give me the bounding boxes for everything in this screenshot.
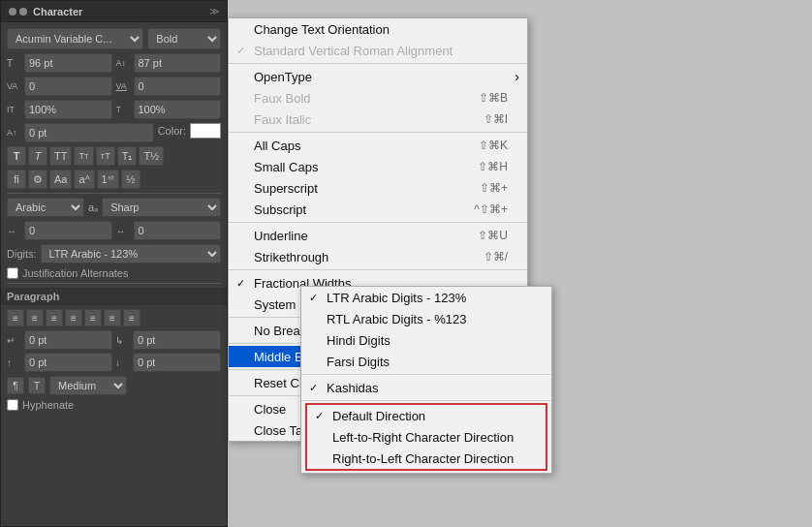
submenu-rtl-char[interactable]: Right-to-Left Character Direction	[307, 448, 546, 469]
font-weight-select[interactable]: Bold	[147, 28, 221, 49]
space-after-input[interactable]	[133, 353, 221, 372]
medium-select[interactable]: Medium	[49, 376, 127, 395]
divider2	[7, 283, 221, 284]
leading-input[interactable]	[134, 53, 222, 73]
baseline-input[interactable]	[24, 123, 154, 142]
menu-small-caps[interactable]: Small Caps ⇧⌘H	[229, 156, 527, 177]
indent-after-icon: ↳	[115, 335, 131, 346]
ornament-btn[interactable]: ⚙	[28, 170, 47, 189]
italic-btn[interactable]: T	[28, 146, 47, 166]
change-text-orientation-label: Change Text Orientation	[254, 22, 390, 37]
align-right-btn[interactable]: ≡	[46, 309, 63, 326]
faux-bold-label: Faux Bold	[254, 91, 311, 106]
menu-change-text-orientation[interactable]: Change Text Orientation	[229, 18, 527, 40]
para-icon-btn[interactable]: ¶	[7, 377, 24, 394]
color-swatch[interactable]	[190, 123, 221, 139]
em2-group: ↔	[116, 221, 222, 240]
space-before-group: ↑	[7, 353, 112, 372]
glyph-btn[interactable]: T	[28, 377, 46, 394]
bold-btn[interactable]: T	[7, 146, 26, 166]
submenu-rtl-arabic[interactable]: RTL Arabic Digits - %123	[301, 308, 551, 329]
t-super-btn[interactable]: TT	[96, 146, 115, 166]
leading-icon: A↕	[116, 58, 132, 68]
scale-v-input[interactable]	[134, 100, 222, 119]
submenu-hindi-digits[interactable]: Hindi Digits	[301, 329, 551, 351]
tracking-icon: VA	[116, 81, 132, 91]
space-before-icon: ↑	[7, 357, 22, 368]
menu-opentype[interactable]: OpenType	[229, 66, 527, 87]
menu-standard-vertical[interactable]: Standard Vertical Roman Alignment	[229, 40, 527, 61]
hyphenate-checkbox[interactable]	[7, 399, 18, 411]
ltr-char-label: Left-to-Right Character Direction	[332, 430, 514, 445]
size-input[interactable]	[24, 53, 112, 73]
t1-btn[interactable]: T₁	[117, 146, 138, 166]
close-label: Close	[254, 402, 286, 417]
aa-btn[interactable]: Aa	[49, 170, 72, 189]
space-after-group: ↓	[115, 353, 221, 372]
font-family-select[interactable]: Acumin Variable C...	[7, 28, 143, 49]
indent-grid: ↵ ↳ ↑ ↓	[7, 330, 221, 372]
justification-checkbox[interactable]	[7, 267, 18, 279]
align-justify4-btn[interactable]: ≡	[123, 309, 141, 326]
panel-titlebar: Character ≫	[1, 1, 227, 22]
baseline-color-row: A↑ Color:	[7, 123, 221, 142]
fi-btn[interactable]: fi	[7, 170, 26, 189]
hyphenate-row: Hyphenate	[7, 399, 221, 411]
type-buttons-row2: fi ⚙ Aa aᴬ 1ˢᵗ ½	[7, 170, 221, 189]
menu-strikethrough[interactable]: Strikethrough ⇧⌘/	[229, 246, 527, 267]
frac-btn[interactable]: ½	[121, 170, 141, 189]
menu-faux-italic[interactable]: Faux Italic ⇧⌘I	[229, 108, 527, 130]
space-before-input[interactable]	[24, 353, 112, 372]
extra-metrics-row1: ↔ ↔	[7, 221, 221, 240]
leading-group: A↕	[116, 53, 222, 73]
tracking-input[interactable]	[134, 77, 222, 96]
strikethrough-shortcut: ⇧⌘/	[484, 250, 508, 264]
opentype-label: OpenType	[254, 70, 312, 84]
kerning-input[interactable]	[24, 77, 112, 96]
align-justify3-btn[interactable]: ≡	[104, 309, 121, 326]
space-after-icon: ↓	[115, 357, 131, 368]
aa-mode-select[interactable]: Sharp Smooth Crisp Strong None	[102, 198, 221, 217]
align-left-btn[interactable]: ≡	[7, 309, 24, 326]
menu-underline[interactable]: Underline ⇧⌘U	[229, 225, 527, 246]
baseline-icon: A↑	[7, 128, 22, 138]
language-select[interactable]: Arabic	[7, 198, 84, 217]
titlebar-left: Character	[9, 6, 82, 17]
baseline-group: A↑	[7, 123, 154, 142]
ad-btn[interactable]: aᴬ	[74, 170, 94, 189]
scale-h-input[interactable]	[24, 100, 112, 119]
submenu-kashidas[interactable]: Kashidas	[301, 377, 551, 398]
tt-btn[interactable]: TT	[49, 146, 72, 166]
small-caps-shortcut: ⇧⌘H	[478, 160, 508, 173]
indent-after-input[interactable]	[133, 330, 221, 350]
digits-select[interactable]: LTR Arabic - 123%	[41, 244, 221, 264]
menu-faux-bold[interactable]: Faux Bold ⇧⌘B	[229, 87, 527, 108]
menu-all-caps[interactable]: All Caps ⇧⌘K	[229, 135, 527, 156]
menu-subscript[interactable]: Subscript ^⇧⌘+	[229, 199, 527, 220]
align-justify-btn[interactable]: ≡	[65, 309, 82, 326]
underline-label: Underline	[254, 229, 308, 243]
menu-superscript[interactable]: Superscript ⇧⌘+	[229, 177, 527, 199]
kashidas-label: Kashidas	[327, 381, 378, 395]
scale-h-group: IT	[7, 100, 112, 119]
panel-collapse-icon[interactable]: ≫	[209, 6, 219, 16]
ordinal-btn[interactable]: 1ˢᵗ	[97, 170, 119, 189]
submenu-ltr-char[interactable]: Left-to-Right Character Direction	[307, 426, 546, 448]
no-break-label: No Break	[254, 324, 306, 338]
submenu-ltr-arabic[interactable]: LTR Arabic Digits - 123%	[301, 287, 551, 308]
t-half-btn[interactable]: T½	[139, 146, 164, 166]
small-caps-label: Small Caps	[254, 160, 318, 174]
submenu-default-direction[interactable]: Default Direction	[307, 405, 546, 426]
em2-input[interactable]	[134, 221, 222, 240]
align-justify2-btn[interactable]: ≡	[84, 309, 102, 326]
t-small-btn[interactable]: TT	[74, 146, 93, 166]
submenu-farsi-digits[interactable]: Farsi Digits	[301, 351, 551, 372]
scale-v-group: T	[116, 100, 222, 119]
rtl-arabic-label: RTL Arabic Digits - %123	[327, 312, 467, 326]
divider1	[7, 193, 221, 194]
indent-before-input[interactable]	[24, 330, 112, 350]
align-center-btn[interactable]: ≡	[26, 309, 44, 326]
farsi-digits-label: Farsi Digits	[327, 355, 390, 369]
em-input[interactable]	[24, 221, 112, 240]
indent-before-icon: ↵	[7, 335, 22, 346]
